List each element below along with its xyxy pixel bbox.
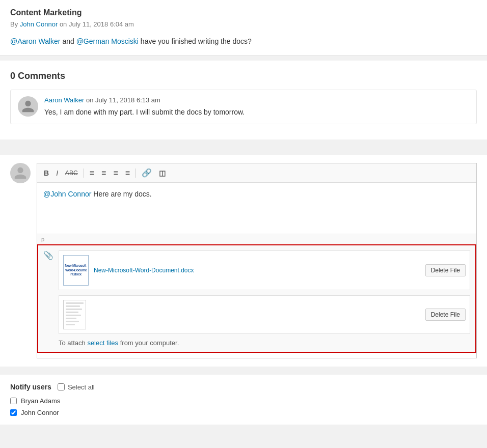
user-item-1: John Connor: [10, 409, 477, 416]
select-files-link[interactable]: select files: [87, 339, 118, 347]
comment-text: Yes, I am done with my part. I will subm…: [44, 107, 245, 118]
attach-text: To attach: [59, 339, 87, 347]
mention-german[interactable]: @German Mosciski: [76, 37, 139, 45]
notify-row: Notify users Select all: [10, 383, 477, 391]
italic-button[interactable]: I: [53, 167, 61, 179]
editor-toolbar: B I ABC ≡ ≡ ≡ ≡ 🔗 ◫: [37, 163, 476, 183]
attachment-section: 📎 New-Microsoft-Word-Document.docx New-M…: [37, 244, 476, 353]
post-author-link[interactable]: John Connor: [20, 20, 58, 28]
commenter-name[interactable]: Aaron Walker: [44, 96, 84, 104]
table-button[interactable]: ◫: [156, 167, 168, 179]
user-item-0: Bryan Adams: [10, 397, 477, 405]
editor-mention: @John Connor: [43, 190, 91, 198]
post-body: @Aaron Walker and @German Mosciski have …: [10, 36, 477, 47]
reply-user-icon: [13, 166, 28, 180]
user-list: Bryan Adams John Connor: [10, 397, 477, 416]
align-left-button[interactable]: ≡: [87, 167, 97, 179]
reply-section: B I ABC ≡ ≡ ≡ ≡ 🔗 ◫ @John Connor Here ar…: [0, 155, 487, 367]
delete-file-1-button[interactable]: Delete File: [425, 264, 466, 276]
post-meta: By John Connor on July 11, 2018 6:04 am: [10, 20, 477, 28]
select-all-checkbox[interactable]: [58, 383, 65, 390]
page-wrapper: Content Marketing By John Connor on July…: [0, 0, 487, 425]
file-item-1: New-Microsoft-Word-Document.docx New-Mic…: [59, 250, 470, 290]
delete-file-2-button[interactable]: Delete File: [425, 309, 466, 321]
file-thumb-2: [63, 300, 86, 329]
strikethrough-button[interactable]: ABC: [63, 168, 80, 178]
bold-button[interactable]: B: [41, 167, 51, 179]
toolbar-divider-2: [136, 169, 136, 178]
align-justify-button[interactable]: ≡: [123, 167, 132, 179]
comments-section: 0 Comments Aaron Walker on July 11, 2018…: [0, 61, 487, 139]
comment-content: Aaron Walker on July 11, 2018 6:13 am Ye…: [44, 96, 245, 118]
user-label-0[interactable]: Bryan Adams: [21, 397, 60, 405]
spacer2: [0, 145, 487, 150]
file-thumb-1: New-Microsoft-Word-Document.docx: [63, 255, 89, 286]
align-center-button[interactable]: ≡: [99, 167, 109, 179]
post-body-text: have you finished writing the docs?: [139, 37, 252, 45]
commenter-avatar: [18, 96, 38, 117]
spacer1: [0, 55, 487, 61]
attach-suffix: from your computer.: [118, 339, 179, 347]
select-all-text: Select all: [68, 383, 95, 391]
comments-heading: 0 Comments: [10, 71, 477, 81]
attachment-content: New-Microsoft-Word-Document.docx New-Mic…: [59, 250, 470, 347]
user-checkbox-0[interactable]: [10, 398, 17, 404]
paperclip-icon: 📎: [43, 250, 53, 260]
spacer3: [0, 367, 487, 371]
reply-editor: B I ABC ≡ ≡ ≡ ≡ 🔗 ◫ @John Connor Here ar…: [37, 163, 477, 358]
post-date: on July 11, 2018 6:04 am: [60, 20, 134, 28]
user-checkbox-1[interactable]: [10, 409, 17, 416]
notify-section: Notify users Select all Bryan Adams John…: [0, 375, 487, 425]
post-title: Content Marketing: [10, 8, 477, 17]
editor-body[interactable]: @John Connor Here are my docs.: [37, 183, 476, 234]
post-section: Content Marketing By John Connor on July…: [0, 0, 487, 55]
reply-avatar: [10, 163, 31, 183]
mention-aaron[interactable]: @Aaron Walker: [10, 37, 61, 45]
editor-content-text: Here are my docs.: [91, 190, 151, 198]
user-icon: [21, 99, 35, 114]
select-all-label[interactable]: Select all: [58, 383, 95, 391]
link-button[interactable]: 🔗: [139, 166, 154, 179]
toolbar-divider-1: [84, 169, 84, 178]
user-label-1[interactable]: John Connor: [21, 409, 59, 416]
commenter-meta: Aaron Walker on July 11, 2018 6:13 am: [44, 96, 245, 104]
file-name-1: New-Microsoft-Word-Document.docx: [94, 267, 420, 274]
post-body-and: and: [61, 37, 76, 45]
attach-link-row: To attach select files from your compute…: [59, 339, 470, 347]
comment-item: Aaron Walker on July 11, 2018 6:13 am Ye…: [10, 90, 477, 124]
notify-label: Notify users: [10, 383, 51, 391]
editor-footer: p: [37, 234, 476, 244]
file-item-2: Delete File: [59, 295, 470, 334]
commenter-date: on July 11, 2018 6:13 am: [86, 96, 160, 104]
align-right-button[interactable]: ≡: [111, 167, 120, 179]
